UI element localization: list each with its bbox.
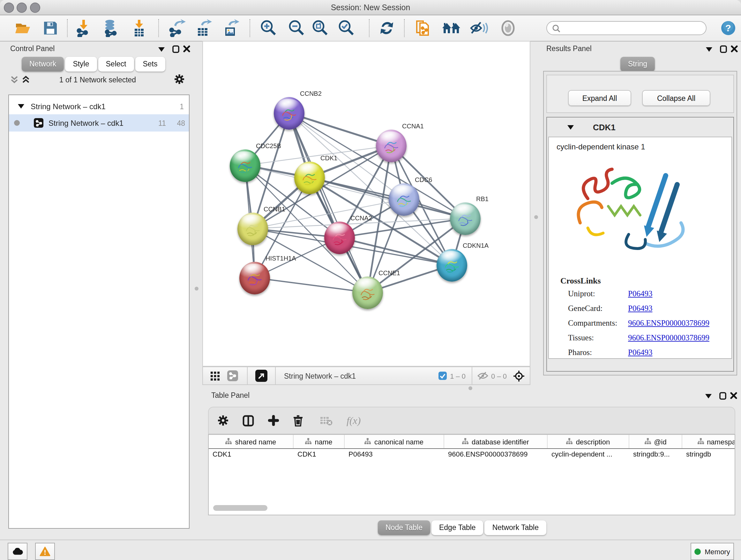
right-splitter-handle[interactable]	[534, 215, 538, 219]
node-cdk1[interactable]	[294, 161, 325, 194]
table-settings-gear-icon[interactable]	[218, 415, 228, 426]
column-header-canonical-name[interactable]: canonical name	[345, 435, 444, 448]
table-panel-collapse-icon[interactable]	[704, 392, 712, 400]
open-session-button[interactable]	[13, 18, 32, 38]
cdk1-expander-icon[interactable]	[567, 125, 574, 129]
tab-edge-table[interactable]: Edge Table	[431, 520, 483, 535]
delete-table-icon[interactable]	[320, 415, 333, 426]
control-panel-close-icon[interactable]	[183, 45, 191, 53]
export-table-button[interactable]	[194, 18, 213, 38]
column-header-shared-name[interactable]: shared name	[209, 435, 293, 448]
crosslink-value-link[interactable]: P06493	[628, 289, 652, 299]
tab-sets[interactable]: Sets	[135, 57, 165, 71]
grid-view-icon[interactable]	[211, 371, 219, 380]
refresh-view-button[interactable]	[377, 18, 396, 38]
network-canvas[interactable]: CCNB2CCNA1CDC25BCDK1CDC6RB1CCNB1CCNA2CDK…	[202, 41, 530, 367]
table-cell[interactable]: CDK1	[209, 448, 293, 460]
warnings-button[interactable]	[35, 543, 55, 560]
results-panel-float-icon[interactable]	[719, 45, 728, 53]
save-session-button[interactable]	[41, 18, 60, 38]
tab-network[interactable]: Network	[22, 57, 64, 71]
node-cdkn1a[interactable]	[436, 249, 467, 281]
results-panel-collapse-icon[interactable]	[704, 45, 713, 54]
attribute-tree-icon	[226, 438, 232, 445]
network-collection-row[interactable]: String Network – cdk1 1	[9, 98, 189, 115]
column-header-description[interactable]: description	[548, 435, 629, 448]
column-header-namespace[interactable]: namespace	[682, 435, 735, 448]
add-column-icon[interactable]	[268, 415, 279, 426]
table-panel-close-icon[interactable]	[730, 391, 738, 400]
fit-selected-target-icon[interactable]	[513, 370, 525, 381]
table-panel-float-icon[interactable]	[719, 391, 727, 400]
function-builder-fx[interactable]: f(x)	[347, 415, 360, 426]
home-string-button[interactable]	[442, 18, 461, 38]
zoom-fit-button[interactable]	[310, 18, 329, 38]
zoom-selected-button[interactable]	[336, 18, 355, 38]
expand-all-button[interactable]: Expand All	[568, 90, 631, 106]
crosslink-value-link[interactable]: 9606.ENSP00000378699	[628, 319, 710, 328]
import-table-from-file-button[interactable]	[130, 18, 149, 38]
protein-structure-image	[570, 157, 704, 266]
help-button[interactable]: ?	[719, 18, 738, 38]
cdk1-section-header[interactable]: CDK1	[547, 118, 733, 137]
crosslink-value-link[interactable]: P06493	[628, 304, 652, 314]
node-rb1[interactable]	[450, 202, 481, 235]
tab-node-table[interactable]: Node Table	[378, 520, 430, 535]
hide-unhide-button[interactable]	[469, 18, 488, 38]
column-header-name[interactable]: name	[293, 435, 345, 448]
clone-network-button[interactable]	[414, 18, 433, 38]
export-network-button[interactable]	[167, 18, 186, 38]
network-row[interactable]: String Network – cdk1 11 48	[9, 114, 189, 132]
export-image-button[interactable]	[221, 18, 241, 38]
node-hist1h1a[interactable]	[239, 261, 270, 294]
node-ccnb2[interactable]	[274, 97, 305, 129]
cloud-sessions-button[interactable]	[8, 543, 27, 560]
tab-style[interactable]: Style	[65, 57, 97, 71]
selected-checkbox[interactable]	[439, 372, 447, 380]
collection-expander-icon[interactable]	[18, 104, 24, 109]
left-splitter-handle[interactable]	[195, 287, 199, 291]
import-network-from-file-button[interactable]	[74, 18, 93, 38]
node-ccna1[interactable]	[376, 129, 407, 162]
column-header-database-identifier[interactable]: database identifier	[444, 435, 548, 448]
crosslink-value-link[interactable]: 9606.ENSP00000378699	[628, 333, 710, 343]
network-options-gear-icon[interactable]	[174, 74, 185, 84]
gene-description: cyclin-dependent kinase 1	[556, 142, 645, 151]
control-panel-float-icon[interactable]	[172, 45, 180, 53]
import-network-from-database-button[interactable]	[101, 18, 120, 38]
crosslink-value-link[interactable]: P06493	[628, 348, 652, 358]
table-cell[interactable]: P06493	[345, 448, 444, 460]
search-input[interactable]	[546, 21, 706, 35]
memory-button[interactable]: Memory	[690, 543, 734, 560]
birdseye-view-icon[interactable]	[255, 370, 267, 382]
tab-network-table[interactable]: Network Table	[485, 520, 546, 535]
results-panel-close-icon[interactable]	[730, 45, 738, 53]
tab-select[interactable]: Select	[98, 57, 134, 71]
table-row[interactable]: CDK1CDK1P064939606.ENSP00000378699cyclin…	[209, 448, 735, 460]
show-graphics-button[interactable]	[498, 18, 518, 38]
table-horizontal-scrollbar[interactable]	[213, 505, 267, 511]
table-cell[interactable]: CDK1	[293, 448, 345, 460]
delete-column-trash-icon[interactable]	[293, 415, 303, 426]
collapse-all-button[interactable]: Collapse All	[642, 90, 711, 106]
hidden-eye-slash-icon[interactable]	[477, 372, 488, 380]
node-ccne1[interactable]	[352, 276, 383, 309]
zoom-in-button[interactable]	[259, 18, 278, 38]
import-network-file-icon	[75, 19, 92, 37]
node-cdc6[interactable]	[389, 183, 419, 215]
table-cell[interactable]: 9606.ENSP00000378699	[444, 448, 548, 460]
zoom-out-button[interactable]	[286, 18, 306, 38]
column-header--id[interactable]: @id	[629, 435, 682, 448]
column-header-label: name	[315, 438, 332, 445]
node-label-rb1: RB1	[476, 195, 488, 202]
network-view-icon[interactable]	[227, 370, 238, 381]
table-cell[interactable]: cyclin-dependent ...	[548, 448, 629, 460]
node-ccna2[interactable]	[324, 221, 355, 254]
node-ccnb1[interactable]	[238, 212, 268, 245]
table-cell[interactable]: stringdb:9...	[629, 448, 682, 460]
tab-string[interactable]: String	[620, 57, 655, 71]
table-cell[interactable]: stringdb	[682, 448, 735, 460]
node-cdc25b[interactable]	[230, 149, 260, 182]
show-columns-icon[interactable]	[243, 415, 254, 426]
control-panel-collapse-icon[interactable]	[157, 45, 165, 54]
